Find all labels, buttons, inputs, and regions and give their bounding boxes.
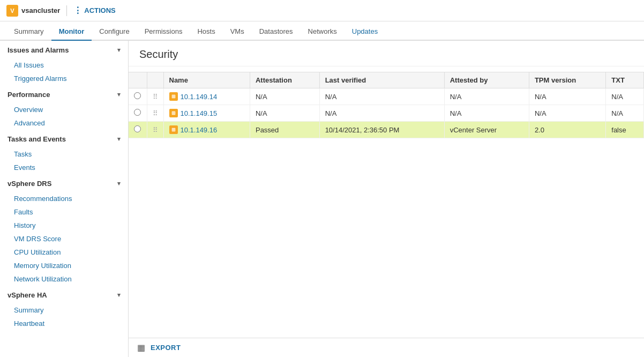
sidebar-item-memory-utilization[interactable]: Memory Utilization bbox=[0, 259, 128, 272]
col-attested-by[interactable]: Attested by bbox=[444, 72, 529, 88]
table-header-row: Name Attestation Last verified Attested … bbox=[129, 72, 644, 88]
table-row[interactable]: ⠿ ⊞ 10.1.149.14 N/A N/A N/A N/A N/A bbox=[129, 88, 644, 105]
row-radio-0[interactable] bbox=[129, 88, 147, 105]
dots-icon: ⋮ bbox=[73, 5, 82, 16]
page-title: Security bbox=[129, 41, 644, 66]
content-footer: ▦ EXPORT bbox=[129, 338, 644, 357]
cell-tpm-version-0: N/A bbox=[529, 88, 605, 105]
host-icon-1: ⊞ bbox=[169, 109, 178, 117]
host-name-2[interactable]: 10.1.149.16 bbox=[181, 126, 218, 134]
sidebar-item-cpu-utilization[interactable]: CPU Utilization bbox=[0, 246, 128, 259]
table-icon: ▦ bbox=[137, 343, 145, 353]
sidebar-item-triggered-alarms[interactable]: Triggered Alarms bbox=[0, 72, 128, 85]
sidebar-item-ha-summary[interactable]: Summary bbox=[0, 303, 128, 317]
cell-attestation-1: N/A bbox=[250, 105, 319, 122]
sidebar: Issues and Alarms ▾ All Issues Triggered… bbox=[0, 41, 129, 357]
host-link-2[interactable]: ⊞ 10.1.149.16 bbox=[169, 125, 244, 134]
cell-name-1[interactable]: ⊞ 10.1.149.15 bbox=[163, 105, 250, 122]
sidebar-item-all-issues[interactable]: All Issues bbox=[0, 58, 128, 72]
table-wrapper: Name Attestation Last verified Attested … bbox=[129, 66, 644, 338]
tab-updates[interactable]: Updates bbox=[345, 23, 385, 41]
cell-txt-2: false bbox=[606, 122, 644, 138]
chevron-down-icon: ▾ bbox=[117, 47, 121, 54]
app-title: vsancluster bbox=[21, 6, 60, 14]
drag-handle-2: ⠿ bbox=[147, 122, 163, 138]
host-name-1[interactable]: 10.1.149.15 bbox=[181, 109, 218, 117]
host-name-0[interactable]: 10.1.149.14 bbox=[181, 93, 218, 101]
header-divider bbox=[66, 5, 67, 16]
host-link-1[interactable]: ⊞ 10.1.149.15 bbox=[169, 109, 244, 117]
cell-attested-by-0: N/A bbox=[444, 88, 529, 105]
sidebar-item-events[interactable]: Events bbox=[0, 161, 128, 174]
tab-networks[interactable]: Networks bbox=[301, 23, 345, 41]
sidebar-section-issues-alarms[interactable]: Issues and Alarms ▾ bbox=[0, 41, 128, 58]
actions-button[interactable]: ⋮ ACTIONS bbox=[73, 5, 116, 16]
chevron-down-icon: ▾ bbox=[117, 136, 121, 143]
table-row[interactable]: ⠿ ⊞ 10.1.149.16 Passed 10/14/2021, 2:36:… bbox=[129, 122, 644, 138]
sidebar-section-performance[interactable]: Performance ▾ bbox=[0, 85, 128, 103]
cell-last-verified-2: 10/14/2021, 2:36:50 PM bbox=[319, 122, 444, 138]
row-radio-1[interactable] bbox=[129, 105, 147, 122]
sidebar-section-tasks-events[interactable]: Tasks and Events ▾ bbox=[0, 130, 128, 147]
sidebar-section-vsphere-drs[interactable]: vSphere DRS ▾ bbox=[0, 174, 128, 192]
sidebar-item-recommendations[interactable]: Recommendations bbox=[0, 192, 128, 205]
cell-tpm-version-1: N/A bbox=[529, 105, 605, 122]
col-last-verified[interactable]: Last verified bbox=[319, 72, 444, 88]
tab-hosts[interactable]: Hosts bbox=[190, 23, 222, 41]
logo-icon: V bbox=[6, 5, 18, 17]
cell-attestation-0: N/A bbox=[250, 88, 319, 105]
sidebar-item-history[interactable]: History bbox=[0, 219, 128, 232]
cell-attested-by-2: vCenter Server bbox=[444, 122, 529, 138]
col-radio bbox=[129, 72, 147, 88]
radio-input-2[interactable] bbox=[134, 125, 141, 132]
main-layout: Issues and Alarms ▾ All Issues Triggered… bbox=[0, 41, 644, 357]
sidebar-item-faults[interactable]: Faults bbox=[0, 205, 128, 219]
export-button[interactable]: EXPORT bbox=[151, 344, 181, 352]
cell-name-2[interactable]: ⊞ 10.1.149.16 bbox=[163, 122, 250, 138]
actions-label: ACTIONS bbox=[84, 6, 116, 14]
cell-txt-1: N/A bbox=[606, 105, 644, 122]
tab-vms[interactable]: VMs bbox=[223, 23, 252, 41]
col-name[interactable]: Name bbox=[163, 72, 250, 88]
cell-name-0[interactable]: ⊞ 10.1.149.14 bbox=[163, 88, 250, 105]
app-logo: V vsancluster bbox=[6, 5, 60, 17]
chevron-down-icon: ▾ bbox=[117, 180, 121, 187]
content-area: Security Name Attestation Last verified … bbox=[129, 41, 644, 357]
drag-handle-0: ⠿ bbox=[147, 88, 163, 105]
cell-attestation-2: Passed bbox=[250, 122, 319, 138]
chevron-down-icon: ▾ bbox=[117, 292, 121, 299]
cell-txt-0: N/A bbox=[606, 88, 644, 105]
cell-last-verified-1: N/A bbox=[319, 105, 444, 122]
cell-tpm-version-2: 2.0 bbox=[529, 122, 605, 138]
col-drag bbox=[147, 72, 163, 88]
sidebar-item-network-utilization[interactable]: Network Utilization bbox=[0, 272, 128, 286]
app-header: V vsancluster ⋮ ACTIONS bbox=[0, 0, 644, 21]
sidebar-item-overview[interactable]: Overview bbox=[0, 103, 128, 116]
tab-summary[interactable]: Summary bbox=[6, 23, 51, 41]
top-navigation: Summary Monitor Configure Permissions Ho… bbox=[0, 21, 644, 41]
host-icon-0: ⊞ bbox=[169, 92, 178, 101]
radio-input-1[interactable] bbox=[134, 109, 141, 116]
table-row[interactable]: ⠿ ⊞ 10.1.149.15 N/A N/A N/A N/A N/A bbox=[129, 105, 644, 122]
sidebar-item-vm-drs-score[interactable]: VM DRS Score bbox=[0, 232, 128, 246]
sidebar-item-heartbeat[interactable]: Heartbeat bbox=[0, 317, 128, 330]
chevron-down-icon: ▾ bbox=[117, 91, 121, 98]
tab-permissions[interactable]: Permissions bbox=[137, 23, 190, 41]
cell-last-verified-0: N/A bbox=[319, 88, 444, 105]
tab-configure[interactable]: Configure bbox=[92, 23, 137, 41]
host-icon-2: ⊞ bbox=[169, 125, 178, 134]
security-table: Name Attestation Last verified Attested … bbox=[129, 72, 644, 138]
sidebar-item-tasks[interactable]: Tasks bbox=[0, 147, 128, 161]
cell-attested-by-1: N/A bbox=[444, 105, 529, 122]
drag-handle-1: ⠿ bbox=[147, 105, 163, 122]
tab-datastores[interactable]: Datastores bbox=[252, 23, 301, 41]
row-radio-2[interactable] bbox=[129, 122, 147, 138]
host-link-0[interactable]: ⊞ 10.1.149.14 bbox=[169, 92, 244, 101]
sidebar-item-advanced[interactable]: Advanced bbox=[0, 116, 128, 130]
radio-input-0[interactable] bbox=[134, 92, 141, 99]
col-attestation[interactable]: Attestation bbox=[250, 72, 319, 88]
sidebar-section-vsphere-ha[interactable]: vSphere HA ▾ bbox=[0, 286, 128, 303]
tab-monitor[interactable]: Monitor bbox=[51, 23, 92, 41]
col-txt[interactable]: TXT bbox=[606, 72, 644, 88]
col-tpm-version[interactable]: TPM version bbox=[529, 72, 605, 88]
